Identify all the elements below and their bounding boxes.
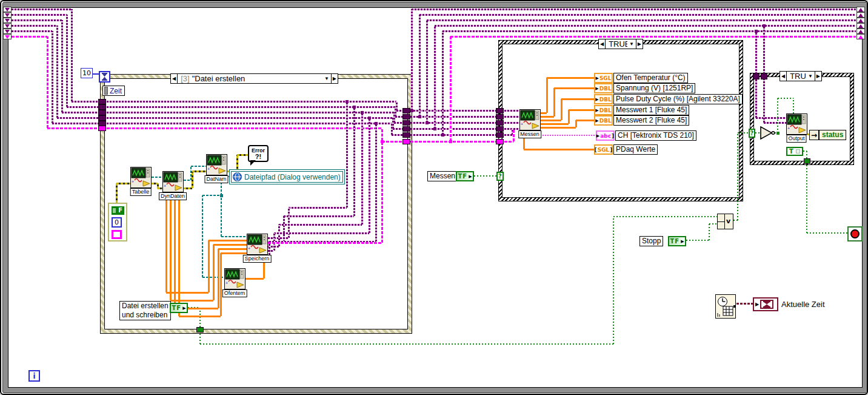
- tunnel[interactable]: [753, 73, 760, 79]
- wire[interactable]: [208, 240, 210, 292]
- subvi-messen-icon[interactable]: +: [519, 109, 541, 130]
- wire[interactable]: [12, 19, 62, 21]
- wire[interactable]: [56, 25, 58, 118]
- wire[interactable]: [213, 245, 215, 300]
- case-next-arrow-icon[interactable]: ▶: [815, 72, 821, 81]
- wire[interactable]: [736, 303, 753, 305]
- shift-register-left[interactable]: [3, 23, 12, 29]
- wire[interactable]: [393, 128, 403, 130]
- zeit-terminal[interactable]: Zeit: [102, 86, 125, 96]
- wire[interactable]: [284, 215, 354, 217]
- shift-register-right[interactable]: [856, 34, 865, 39]
- wire[interactable]: [61, 20, 63, 112]
- wire[interactable]: [72, 101, 100, 103]
- indicator-label[interactable]: CH [Tektronix TDS 210]: [615, 130, 696, 141]
- wire[interactable]: [561, 99, 563, 120]
- subvi-output-icon[interactable]: +: [786, 113, 807, 135]
- tunnel[interactable]: [496, 132, 504, 138]
- numeric-zero-constant[interactable]: 0: [112, 217, 122, 228]
- wire[interactable]: [52, 123, 100, 124]
- shift-register-left[interactable]: [3, 34, 12, 39]
- measure-case-selector-label[interactable]: TRUE: [606, 39, 627, 49]
- case-prev-arrow-icon[interactable]: ◀: [171, 74, 178, 83]
- wire[interactable]: [192, 170, 206, 172]
- wire[interactable]: [218, 248, 247, 250]
- aktuelle-zeit-label[interactable]: Aktuelle Zeit: [781, 300, 825, 309]
- wire[interactable]: [412, 8, 856, 10]
- wire[interactable]: [353, 107, 355, 216]
- wire[interactable]: [410, 141, 496, 143]
- or-gate[interactable]: v: [717, 214, 733, 229]
- wire[interactable]: [192, 171, 193, 188]
- indicator-terminal[interactable]: ▶DBL: [594, 94, 613, 104]
- indicator-label[interactable]: PDaq Werte: [613, 144, 658, 155]
- wire[interactable]: [504, 116, 519, 118]
- wire[interactable]: [738, 132, 749, 133]
- measure-case-header[interactable]: ◀ TRUE ▼ ▶: [598, 39, 643, 49]
- wire[interactable]: [107, 112, 362, 113]
- wire[interactable]: [12, 14, 67, 16]
- wire[interactable]: [107, 101, 347, 103]
- indicator-label[interactable]: Pulse Duty Cycle (%) [Agilent 33220A]: [613, 94, 743, 104]
- wire[interactable]: [57, 117, 100, 119]
- tunnel[interactable]: [402, 120, 410, 126]
- wire[interactable]: [541, 120, 561, 121]
- indicator-terminal[interactable]: ▶abc]: [596, 130, 615, 141]
- wire[interactable]: [354, 106, 395, 108]
- wire[interactable]: [381, 128, 383, 243]
- case-selector-terminal[interactable]: ?: [496, 172, 504, 181]
- wire[interactable]: [686, 240, 709, 241]
- case-dropdown-icon[interactable]: ▼: [627, 41, 636, 47]
- tunnel[interactable]: [496, 108, 504, 113]
- wire[interactable]: [375, 123, 377, 241]
- tunnel[interactable]: [496, 126, 504, 132]
- wire[interactable]: [546, 78, 548, 113]
- indicator-terminal[interactable]: ▶SGL: [594, 73, 613, 83]
- tunnel[interactable]: [496, 120, 504, 126]
- wire[interactable]: [12, 30, 52, 32]
- wire[interactable]: [184, 187, 192, 189]
- shift-register-left[interactable]: [3, 29, 12, 34]
- wire[interactable]: [763, 25, 765, 74]
- wire[interactable]: [394, 122, 403, 124]
- wire[interactable]: [190, 166, 192, 180]
- case-selector-terminal[interactable]: ?: [749, 129, 755, 138]
- messen-control-terminal[interactable]: TF▶: [456, 171, 474, 181]
- case-prev-arrow-icon[interactable]: ◀: [599, 39, 606, 49]
- boolean-true-constant[interactable]: T: [786, 147, 803, 156]
- shift-register-right[interactable]: [856, 12, 865, 18]
- wire[interactable]: [165, 192, 167, 292]
- wire[interactable]: [737, 133, 738, 220]
- indicator-terminal[interactable]: ▶DBL: [594, 83, 613, 93]
- subvi-tabelle-label[interactable]: Tabelle: [130, 188, 152, 196]
- wire[interactable]: [174, 192, 176, 308]
- wire[interactable]: [541, 123, 569, 125]
- shift-register-right[interactable]: [856, 29, 865, 34]
- wire[interactable]: [474, 175, 498, 177]
- wire[interactable]: [524, 149, 594, 150]
- wire[interactable]: [199, 333, 201, 344]
- wire[interactable]: [62, 112, 100, 113]
- create-file-control-label[interactable]: Datei erstellen und schreiben: [119, 301, 171, 320]
- wire[interactable]: [763, 79, 765, 123]
- time-stamp-indicator[interactable]: ▶: [753, 297, 778, 311]
- wire[interactable]: [513, 130, 515, 141]
- wire[interactable]: [107, 117, 369, 119]
- tunnel[interactable]: [98, 115, 106, 121]
- tunnel[interactable]: [402, 139, 410, 144]
- shift-register-right[interactable]: [856, 23, 865, 29]
- wire[interactable]: [376, 123, 392, 124]
- wire[interactable]: [191, 166, 206, 167]
- wire[interactable]: [410, 116, 496, 118]
- wire[interactable]: [362, 112, 394, 113]
- wire[interactable]: [218, 249, 219, 308]
- wire[interactable]: [392, 134, 403, 136]
- wire[interactable]: [427, 19, 856, 21]
- wire[interactable]: [764, 122, 786, 124]
- wire[interactable]: [419, 15, 421, 116]
- wire[interactable]: [709, 223, 717, 225]
- wire[interactable]: [410, 128, 496, 130]
- wire[interactable]: [12, 36, 47, 38]
- wire[interactable]: [12, 25, 57, 27]
- wire[interactable]: [47, 127, 100, 129]
